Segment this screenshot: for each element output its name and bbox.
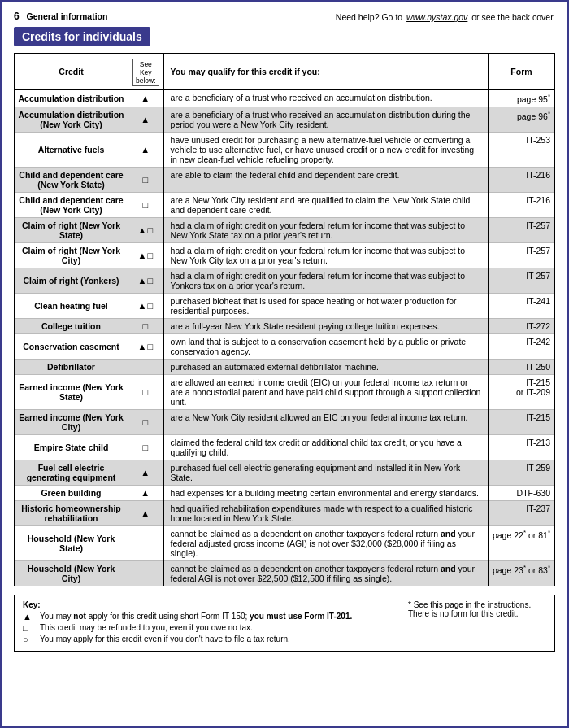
form-cell: IT-253	[488, 132, 554, 167]
qualify-cell: are a beneficiary of a trust who receive…	[163, 107, 488, 132]
form-cell: page 22* or 81*	[488, 525, 554, 560]
key-item-circle: ○ You may apply for this credit even if …	[23, 634, 392, 644]
symbol-cell: ▲	[128, 132, 164, 167]
qualify-cell: cannot be claimed as a dependent on anot…	[163, 560, 488, 586]
top-bar: 6 General information Need help? Go to w…	[14, 11, 555, 22]
credit-cell: Accumulation distribution (New York City…	[15, 107, 128, 132]
credit-cell: Claim of right (Yonkers)	[15, 268, 128, 293]
key-item-square: □ This credit may be refunded to you, ev…	[23, 623, 392, 633]
symbol-cell	[128, 359, 164, 374]
page: 6 General information Need help? Go to w…	[0, 0, 569, 728]
credit-cell: Accumulation distribution	[15, 90, 128, 107]
key-text-circle: You may apply for this credit even if yo…	[40, 634, 290, 643]
credit-cell: Alternative fuels	[15, 132, 128, 167]
credit-cell: Empire State child	[15, 434, 128, 460]
qualify-cell: had a claim of right credit on your fede…	[163, 242, 488, 268]
symbol-cell: □	[128, 167, 164, 192]
help-text2: or see the back cover.	[471, 12, 555, 22]
qualify-cell: are a full-year New York State resident …	[163, 318, 488, 333]
credit-cell: Household (New York State)	[15, 525, 128, 560]
see-key-box: See Key below:	[132, 59, 159, 86]
symbol-cell: □	[128, 318, 164, 333]
credit-cell: Household (New York City)	[15, 560, 128, 586]
symbol-cell: □	[128, 374, 164, 409]
table-row: Child and dependent care (New York City)…	[15, 192, 555, 217]
symbol-cell: □	[128, 409, 164, 434]
form-cell: IT-215	[488, 409, 554, 434]
form-cell: page 23* or 83*	[488, 560, 554, 586]
key-text-triangle: You may not apply for this credit using …	[40, 612, 352, 621]
key-right: * See this page in the instructions. The…	[408, 600, 546, 646]
qualify-cell: are a New York City resident and are qua…	[163, 192, 488, 217]
qualify-cell: purchased bioheat that is used for space…	[163, 293, 488, 318]
symbol-cell: ▲□	[128, 333, 164, 359]
form-cell: IT-237	[488, 500, 554, 525]
credit-cell: Conservation easement	[15, 333, 128, 359]
key-item-triangle: ▲ You may not apply for this credit usin…	[23, 612, 392, 621]
key-symbol-square: □	[23, 623, 37, 633]
section-title: Credits for individuals	[14, 27, 150, 46]
credit-cell: Claim of right (New York State)	[15, 217, 128, 242]
help-text: Need help? Go to	[336, 12, 402, 22]
top-bar-left: 6 General information	[14, 11, 107, 22]
qualify-cell: cannot be claimed as a dependent on anot…	[163, 525, 488, 560]
symbol-cell: □	[128, 192, 164, 217]
credit-cell: Historic homeownership rehabilitation	[15, 500, 128, 525]
credit-cell: College tuition	[15, 318, 128, 333]
credit-cell: Defibrillator	[15, 359, 128, 374]
symbol-cell: ▲□	[128, 268, 164, 293]
symbol-cell: ▲□	[128, 293, 164, 318]
top-bar-right: Need help? Go to www.nystax.gov or see t…	[336, 12, 555, 22]
symbol-cell: ▲	[128, 485, 164, 500]
qualify-cell: had qualified rehabilitation expenditure…	[163, 500, 488, 525]
table-row: Empire State child□claimed the federal c…	[15, 434, 555, 460]
col-qualify: You may qualify for this credit if you:	[163, 54, 488, 90]
form-cell: page 95*	[488, 90, 554, 107]
table-row: Earned income (New York City)□are a New …	[15, 409, 555, 434]
key-box: Key: ▲ You may not apply for this credit…	[14, 595, 555, 652]
credit-cell: Earned income (New York City)	[15, 409, 128, 434]
qualify-cell: purchased an automated external defibril…	[163, 359, 488, 374]
table-row: Conservation easement▲□own land that is …	[15, 333, 555, 359]
table-row: Accumulation distribution▲are a benefici…	[15, 90, 555, 107]
table-row: College tuition□are a full-year New York…	[15, 318, 555, 333]
form-cell: DTF-630	[488, 485, 554, 500]
form-cell: IT-257	[488, 268, 554, 293]
section-left: General information	[27, 11, 108, 21]
form-cell: IT-215or IT-209	[488, 374, 554, 409]
form-cell: IT-216	[488, 192, 554, 217]
symbol-cell: ▲	[128, 500, 164, 525]
table-row: Clean heating fuel▲□purchased bioheat th…	[15, 293, 555, 318]
col-form: Form	[488, 54, 554, 90]
form-cell: IT-257	[488, 242, 554, 268]
credits-table: Credit See Key below: You may qualify fo…	[14, 53, 555, 586]
qualify-cell: own land that is subject to a conservati…	[163, 333, 488, 359]
table-row: Green building▲had expenses for a buildi…	[15, 485, 555, 500]
credit-cell: Green building	[15, 485, 128, 500]
symbol-cell: ▲□	[128, 242, 164, 268]
qualify-cell: claimed the federal child tax credit or …	[163, 434, 488, 460]
table-row: Claim of right (New York State)▲□had a c…	[15, 217, 555, 242]
qualify-cell: had a claim of right credit on your fede…	[163, 217, 488, 242]
table-row: Accumulation distribution (New York City…	[15, 107, 555, 132]
table-row: Claim of right (Yonkers)▲□had a claim of…	[15, 268, 555, 293]
table-row: Alternative fuels▲have unused credit for…	[15, 132, 555, 167]
symbol-cell: ▲	[128, 90, 164, 107]
symbol-cell	[128, 525, 164, 560]
table-row: Historic homeownership rehabilitation▲ha…	[15, 500, 555, 525]
key-left: Key: ▲ You may not apply for this credit…	[23, 600, 392, 646]
form-cell: IT-216	[488, 167, 554, 192]
qualify-cell: are a beneficiary of a trust who receive…	[163, 90, 488, 107]
credit-cell: Child and dependent care (New York City)	[15, 192, 128, 217]
qualify-cell: had a claim of right credit on your fede…	[163, 268, 488, 293]
form-cell: page 96*	[488, 107, 554, 132]
qualify-cell: have unused credit for purchasing a new …	[163, 132, 488, 167]
form-cell: IT-242	[488, 333, 554, 359]
form-cell: IT-259	[488, 460, 554, 485]
symbol-cell: ▲	[128, 107, 164, 132]
website-link[interactable]: www.nystax.gov	[406, 12, 467, 22]
form-cell: IT-250	[488, 359, 554, 374]
credit-cell: Clean heating fuel	[15, 293, 128, 318]
key-label: Key:	[23, 600, 392, 609]
qualify-cell: are a New York City resident allowed an …	[163, 409, 488, 434]
